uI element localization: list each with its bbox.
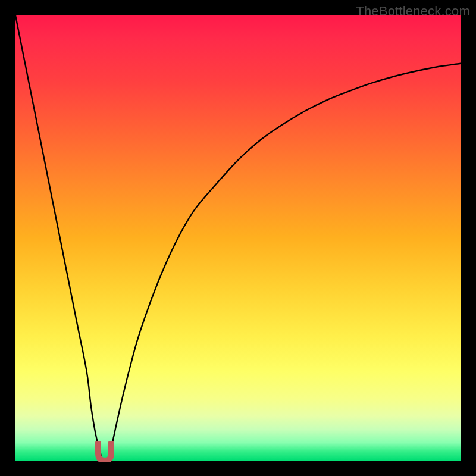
curve-layer	[15, 15, 461, 461]
plot-area	[15, 15, 461, 461]
left-branch-curve	[15, 15, 102, 461]
watermark-text: TheBottleneck.com	[356, 4, 470, 19]
chart-frame: TheBottleneck.com	[0, 0, 476, 476]
valley-hook-icon	[95, 441, 115, 462]
right-branch-curve	[109, 64, 461, 461]
